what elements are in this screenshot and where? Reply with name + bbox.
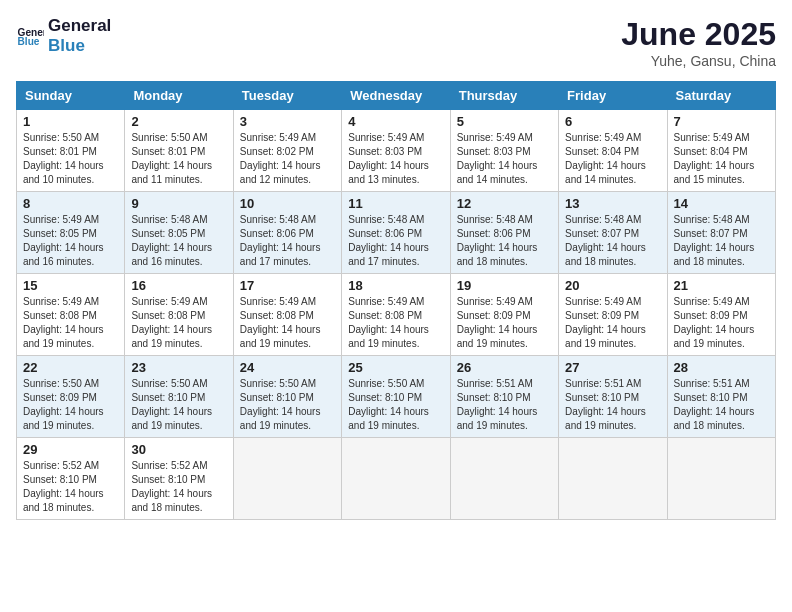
day-cell-6: 6Sunrise: 5:49 AMSunset: 8:04 PMDaylight… [559,110,667,192]
day-info: Sunrise: 5:49 AMSunset: 8:08 PMDaylight:… [348,295,443,351]
day-info: Sunrise: 5:49 AMSunset: 8:03 PMDaylight:… [348,131,443,187]
location: Yuhe, Gansu, China [621,53,776,69]
day-number: 11 [348,196,443,211]
day-number: 9 [131,196,226,211]
day-number: 20 [565,278,660,293]
day-header-wednesday: Wednesday [342,82,450,110]
day-cell-20: 20Sunrise: 5:49 AMSunset: 8:09 PMDayligh… [559,274,667,356]
day-info: Sunrise: 5:49 AMSunset: 8:08 PMDaylight:… [23,295,118,351]
day-info: Sunrise: 5:50 AMSunset: 8:01 PMDaylight:… [131,131,226,187]
day-cell-23: 23Sunrise: 5:50 AMSunset: 8:10 PMDayligh… [125,356,233,438]
day-header-thursday: Thursday [450,82,558,110]
day-number: 26 [457,360,552,375]
day-info: Sunrise: 5:48 AMSunset: 8:06 PMDaylight:… [348,213,443,269]
day-info: Sunrise: 5:51 AMSunset: 8:10 PMDaylight:… [565,377,660,433]
day-header-friday: Friday [559,82,667,110]
day-info: Sunrise: 5:50 AMSunset: 8:10 PMDaylight:… [348,377,443,433]
logo-icon: General Blue [16,22,44,50]
day-info: Sunrise: 5:49 AMSunset: 8:05 PMDaylight:… [23,213,118,269]
day-cell-12: 12Sunrise: 5:48 AMSunset: 8:06 PMDayligh… [450,192,558,274]
day-cell-18: 18Sunrise: 5:49 AMSunset: 8:08 PMDayligh… [342,274,450,356]
logo-general: General [48,16,111,36]
day-cell-29: 29Sunrise: 5:52 AMSunset: 8:10 PMDayligh… [17,438,125,520]
page-header: General Blue General Blue June 2025 Yuhe… [16,16,776,69]
empty-cell [667,438,775,520]
day-number: 25 [348,360,443,375]
empty-cell [450,438,558,520]
day-number: 14 [674,196,769,211]
day-number: 3 [240,114,335,129]
logo: General Blue General Blue [16,16,111,55]
day-cell-17: 17Sunrise: 5:49 AMSunset: 8:08 PMDayligh… [233,274,341,356]
day-cell-16: 16Sunrise: 5:49 AMSunset: 8:08 PMDayligh… [125,274,233,356]
day-number: 8 [23,196,118,211]
day-number: 5 [457,114,552,129]
day-cell-21: 21Sunrise: 5:49 AMSunset: 8:09 PMDayligh… [667,274,775,356]
day-info: Sunrise: 5:50 AMSunset: 8:10 PMDaylight:… [240,377,335,433]
day-info: Sunrise: 5:50 AMSunset: 8:01 PMDaylight:… [23,131,118,187]
day-number: 15 [23,278,118,293]
day-info: Sunrise: 5:51 AMSunset: 8:10 PMDaylight:… [674,377,769,433]
day-number: 16 [131,278,226,293]
title-block: June 2025 Yuhe, Gansu, China [621,16,776,69]
calendar-row-5: 29Sunrise: 5:52 AMSunset: 8:10 PMDayligh… [17,438,776,520]
calendar-row-1: 1Sunrise: 5:50 AMSunset: 8:01 PMDaylight… [17,110,776,192]
day-cell-4: 4Sunrise: 5:49 AMSunset: 8:03 PMDaylight… [342,110,450,192]
day-number: 7 [674,114,769,129]
day-number: 27 [565,360,660,375]
day-number: 17 [240,278,335,293]
day-info: Sunrise: 5:49 AMSunset: 8:09 PMDaylight:… [457,295,552,351]
day-cell-3: 3Sunrise: 5:49 AMSunset: 8:02 PMDaylight… [233,110,341,192]
day-cell-25: 25Sunrise: 5:50 AMSunset: 8:10 PMDayligh… [342,356,450,438]
day-cell-19: 19Sunrise: 5:49 AMSunset: 8:09 PMDayligh… [450,274,558,356]
day-number: 1 [23,114,118,129]
day-cell-11: 11Sunrise: 5:48 AMSunset: 8:06 PMDayligh… [342,192,450,274]
day-cell-2: 2Sunrise: 5:50 AMSunset: 8:01 PMDaylight… [125,110,233,192]
day-info: Sunrise: 5:49 AMSunset: 8:04 PMDaylight:… [565,131,660,187]
day-number: 6 [565,114,660,129]
calendar-row-4: 22Sunrise: 5:50 AMSunset: 8:09 PMDayligh… [17,356,776,438]
day-info: Sunrise: 5:48 AMSunset: 8:06 PMDaylight:… [240,213,335,269]
day-cell-5: 5Sunrise: 5:49 AMSunset: 8:03 PMDaylight… [450,110,558,192]
day-cell-24: 24Sunrise: 5:50 AMSunset: 8:10 PMDayligh… [233,356,341,438]
svg-text:Blue: Blue [18,36,40,47]
empty-cell [559,438,667,520]
day-cell-14: 14Sunrise: 5:48 AMSunset: 8:07 PMDayligh… [667,192,775,274]
day-number: 29 [23,442,118,457]
calendar-row-3: 15Sunrise: 5:49 AMSunset: 8:08 PMDayligh… [17,274,776,356]
day-number: 13 [565,196,660,211]
day-cell-26: 26Sunrise: 5:51 AMSunset: 8:10 PMDayligh… [450,356,558,438]
day-number: 22 [23,360,118,375]
day-info: Sunrise: 5:49 AMSunset: 8:02 PMDaylight:… [240,131,335,187]
day-header-sunday: Sunday [17,82,125,110]
day-number: 4 [348,114,443,129]
calendar-row-2: 8Sunrise: 5:49 AMSunset: 8:05 PMDaylight… [17,192,776,274]
day-header-tuesday: Tuesday [233,82,341,110]
day-cell-1: 1Sunrise: 5:50 AMSunset: 8:01 PMDaylight… [17,110,125,192]
day-number: 21 [674,278,769,293]
day-cell-30: 30Sunrise: 5:52 AMSunset: 8:10 PMDayligh… [125,438,233,520]
day-number: 19 [457,278,552,293]
day-info: Sunrise: 5:49 AMSunset: 8:08 PMDaylight:… [240,295,335,351]
day-info: Sunrise: 5:49 AMSunset: 8:08 PMDaylight:… [131,295,226,351]
day-info: Sunrise: 5:48 AMSunset: 8:05 PMDaylight:… [131,213,226,269]
day-info: Sunrise: 5:52 AMSunset: 8:10 PMDaylight:… [23,459,118,515]
day-info: Sunrise: 5:51 AMSunset: 8:10 PMDaylight:… [457,377,552,433]
empty-cell [233,438,341,520]
day-cell-22: 22Sunrise: 5:50 AMSunset: 8:09 PMDayligh… [17,356,125,438]
day-number: 10 [240,196,335,211]
day-cell-9: 9Sunrise: 5:48 AMSunset: 8:05 PMDaylight… [125,192,233,274]
calendar-table: SundayMondayTuesdayWednesdayThursdayFrid… [16,81,776,520]
day-cell-15: 15Sunrise: 5:49 AMSunset: 8:08 PMDayligh… [17,274,125,356]
day-info: Sunrise: 5:50 AMSunset: 8:10 PMDaylight:… [131,377,226,433]
day-cell-28: 28Sunrise: 5:51 AMSunset: 8:10 PMDayligh… [667,356,775,438]
day-cell-7: 7Sunrise: 5:49 AMSunset: 8:04 PMDaylight… [667,110,775,192]
day-info: Sunrise: 5:52 AMSunset: 8:10 PMDaylight:… [131,459,226,515]
day-number: 28 [674,360,769,375]
day-info: Sunrise: 5:49 AMSunset: 8:04 PMDaylight:… [674,131,769,187]
day-number: 23 [131,360,226,375]
day-info: Sunrise: 5:49 AMSunset: 8:09 PMDaylight:… [565,295,660,351]
calendar-header-row: SundayMondayTuesdayWednesdayThursdayFrid… [17,82,776,110]
day-cell-10: 10Sunrise: 5:48 AMSunset: 8:06 PMDayligh… [233,192,341,274]
logo-blue: Blue [48,36,111,56]
